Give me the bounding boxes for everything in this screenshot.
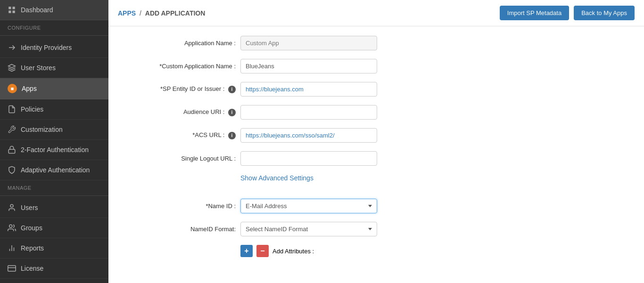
sidebar-item-2fa[interactable]: 2-Factor Authentication (0, 140, 108, 160)
sidebar-item-dashboard-label: Dashboard (21, 6, 53, 14)
svg-point-5 (10, 204, 13, 207)
layers-icon (8, 64, 16, 72)
breadcrumb-current: ADD APPLICATION (145, 9, 206, 17)
application-name-label: Application Name : (123, 40, 240, 47)
sidebar-item-users-label: Users (21, 204, 38, 211)
sp-entity-id-info-icon[interactable]: i (228, 86, 236, 93)
sidebar-item-apps[interactable]: ■ Apps (0, 78, 108, 99)
nameid-format-label: NameID Format: (123, 226, 240, 233)
custom-app-name-label: *Custom Application Name : (123, 63, 240, 70)
shield-icon (8, 166, 16, 174)
audience-uri-row: Audience URI : i (123, 105, 630, 120)
sidebar-item-users[interactable]: Users (0, 198, 108, 218)
sidebar-item-adaptive-auth[interactable]: Adaptive Authentication (0, 160, 108, 180)
custom-app-name-row: *Custom Application Name : (123, 59, 630, 73)
sidebar-item-adaptive-auth-label: Adaptive Authentication (21, 166, 90, 174)
svg-rect-2 (8, 11, 11, 13)
svg-rect-10 (8, 266, 16, 271)
show-advanced-container: Show Advanced Settings (123, 174, 630, 190)
add-attribute-minus-button[interactable]: − (256, 245, 269, 257)
acs-url-input[interactable] (240, 128, 377, 143)
header-buttons: Import SP Metadata Back to My Apps (500, 6, 635, 20)
svg-point-6 (9, 225, 12, 227)
name-id-label: *Name ID : (123, 202, 240, 210)
sidebar-item-groups[interactable]: Groups (0, 218, 108, 238)
sidebar-item-dashboard[interactable]: Dashboard (0, 0, 108, 20)
sidebar-item-identity-providers-label: Identity Providers (21, 44, 72, 51)
single-logout-url-row: Single Logout URL : (123, 151, 630, 166)
grid-icon (8, 6, 16, 14)
people-icon (8, 224, 16, 232)
sidebar: Dashboard Configure Identity Providers U… (0, 0, 108, 283)
card-icon (8, 264, 16, 273)
chart-icon (8, 244, 16, 252)
acs-url-info-icon[interactable]: i (228, 132, 236, 139)
nameid-format-select[interactable]: Select NameID Format urn:oasis:names:tc:… (240, 222, 377, 236)
apps-icon: ■ (8, 84, 17, 93)
sidebar-item-policies[interactable]: Policies (0, 99, 108, 120)
person-icon (8, 203, 16, 212)
back-to-my-apps-button[interactable]: Back to My Apps (574, 6, 635, 20)
sidebar-item-reports-label: Reports (21, 244, 44, 252)
sidebar-item-license-label: License (21, 265, 43, 272)
name-id-select[interactable]: E-Mail Address Username UserID (240, 199, 377, 213)
wrench-icon (8, 125, 16, 134)
sidebar-item-groups-label: Groups (21, 224, 42, 232)
add-attributes-row: + − Add Attributes : (240, 245, 630, 257)
add-attributes-label: Add Attributes : (272, 248, 314, 255)
manage-divider (0, 195, 108, 196)
single-logout-url-label: Single Logout URL : (123, 155, 240, 162)
audience-uri-label: Audience URI : i (123, 108, 240, 116)
file-icon (8, 105, 16, 113)
application-name-input (240, 36, 377, 50)
audience-uri-input[interactable] (240, 105, 377, 120)
sidebar-item-license[interactable]: License (0, 259, 108, 279)
sidebar-item-reports[interactable]: Reports (0, 238, 108, 259)
custom-app-name-input[interactable] (240, 59, 377, 73)
sidebar-item-customization[interactable]: Customization (0, 120, 108, 140)
sp-entity-id-label: *SP Entity ID or Issuer : i (123, 85, 240, 93)
name-id-row: *Name ID : E-Mail Address Username UserI… (123, 199, 630, 213)
page-header: APPS / ADD APPLICATION Import SP Metadat… (108, 0, 644, 26)
svg-rect-0 (8, 7, 11, 9)
main-content: APPS / ADD APPLICATION Import SP Metadat… (108, 0, 644, 283)
sidebar-item-2fa-label: 2-Factor Authentication (21, 146, 89, 154)
single-logout-url-input[interactable] (240, 151, 377, 166)
arrow-right-icon (8, 43, 16, 52)
acs-url-label: *ACS URL : i (123, 131, 240, 139)
sp-entity-id-input[interactable] (240, 82, 377, 97)
manage-section-label: Manage (0, 180, 108, 194)
sidebar-item-user-stores-label: User Stores (21, 64, 56, 72)
show-advanced-settings-link[interactable]: Show Advanced Settings (240, 174, 314, 182)
sidebar-item-apps-label: Apps (22, 85, 37, 92)
sidebar-item-user-stores[interactable]: User Stores (0, 58, 108, 78)
sidebar-item-policies-label: Policies (21, 105, 43, 113)
configure-divider (0, 35, 108, 36)
nameid-format-row: NameID Format: Select NameID Format urn:… (123, 222, 630, 236)
svg-rect-3 (13, 11, 15, 13)
svg-rect-1 (13, 7, 15, 9)
lock-icon (8, 146, 16, 154)
acs-url-row: *ACS URL : i (123, 128, 630, 143)
import-sp-metadata-button[interactable]: Import SP Metadata (500, 6, 569, 20)
sp-entity-id-row: *SP Entity ID or Issuer : i (123, 82, 630, 97)
sidebar-item-customization-label: Customization (21, 126, 63, 133)
breadcrumb-apps-link[interactable]: APPS (118, 9, 136, 17)
audience-uri-info-icon[interactable]: i (228, 109, 236, 116)
add-attribute-plus-button[interactable]: + (240, 245, 253, 257)
breadcrumb-separator: / (140, 9, 141, 17)
application-name-row: Application Name : (123, 36, 630, 50)
configure-section-label: Configure (0, 20, 108, 33)
svg-rect-4 (8, 149, 15, 153)
breadcrumb: APPS / ADD APPLICATION (118, 9, 205, 17)
sidebar-item-identity-providers[interactable]: Identity Providers (0, 38, 108, 58)
form-area: Application Name : *Custom Application N… (108, 26, 644, 283)
